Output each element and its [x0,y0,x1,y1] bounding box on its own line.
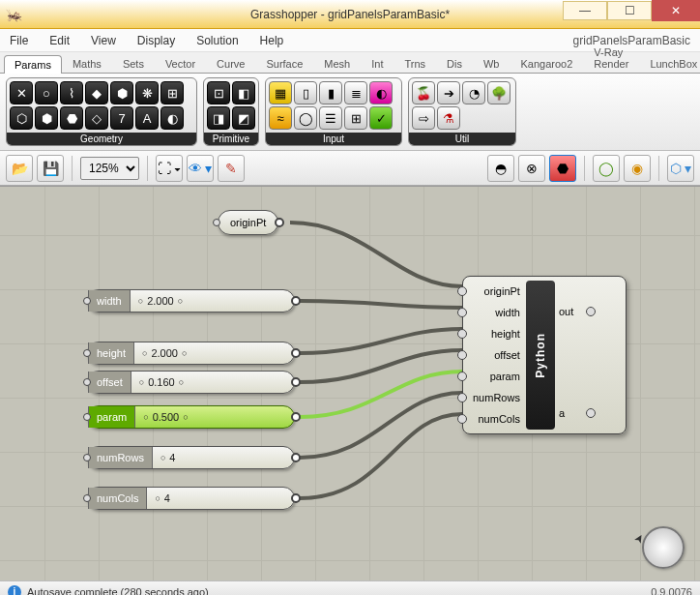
output-nub[interactable] [291,377,301,387]
input-nub[interactable] [83,454,91,461]
preview-settings-button[interactable]: ◉ [624,155,651,182]
slider-offset[interactable]: offset0.160 [87,371,295,394]
python-input-numrows[interactable]: numRows [463,387,526,408]
tab-vray[interactable]: V-Ray Render [583,43,639,73]
output-nub[interactable] [291,453,301,462]
slider-value[interactable]: 0.160 [131,376,294,388]
geom-icon[interactable]: ◆ [85,81,108,104]
input-nub[interactable] [83,494,91,502]
tab-wb[interactable]: Wb [473,54,510,73]
tab-mesh[interactable]: Mesh [313,54,361,73]
input-icon[interactable]: ▮ [319,81,342,104]
tab-int[interactable]: Int [361,54,394,73]
input-icon-panel[interactable]: ▦ [269,81,292,104]
geom-icon[interactable]: ⬢ [35,106,58,130]
slider-param[interactable]: param0.500 [87,405,295,429]
zoom-extents-button[interactable]: ⛶ ▾ [156,155,183,182]
output-nub[interactable] [291,412,301,422]
tab-vector[interactable]: Vector [155,54,206,73]
slider-value[interactable]: 4 [153,452,294,463]
util-icon-out[interactable]: ⇨ [412,106,435,130]
tab-lunchbox[interactable]: LunchBox [639,54,700,73]
component-originpt[interactable]: originPt [218,210,278,235]
canvas[interactable]: originPt width2.000height2.000offset0.16… [0,186,700,580]
slider-numCols[interactable]: numCols4 [87,487,295,510]
util-icon-arrow[interactable]: ➔ [437,81,460,104]
input-nub[interactable] [83,378,91,386]
python-input-numcols[interactable]: numCols [463,408,526,430]
prim-icon[interactable]: ◨ [207,106,230,130]
menu-view[interactable]: View [91,34,116,47]
menu-edit[interactable]: Edit [49,34,70,47]
tab-params[interactable]: Params [4,55,62,74]
menu-solution[interactable]: Solution [196,34,238,47]
tab-sets[interactable]: Sets [112,54,155,73]
geom-icon[interactable]: ⌇ [60,81,83,104]
geom-icon[interactable]: ⬡ [10,106,33,130]
menu-help[interactable]: Help [260,34,284,47]
input-icon-toggle[interactable]: ✓ [369,106,393,130]
geom-icon[interactable]: A [135,106,159,130]
util-icon-flask[interactable]: ⚗ [437,106,460,130]
python-output-out[interactable]: out [555,301,590,322]
slider-width[interactable]: width2.000 [87,289,295,312]
input-icon-color[interactable]: ◐ [369,81,393,104]
util-icon-tree[interactable]: 🌳 [487,81,510,104]
tab-dis[interactable]: Dis [436,54,473,73]
slider-value[interactable]: 0.500 [135,411,294,423]
geom-icon[interactable]: ❋ [135,81,159,104]
input-icon-grad[interactable]: ≈ [269,106,292,130]
tab-kangaroo2[interactable]: Kangaroo2 [510,54,583,73]
sketch-button[interactable]: ✎ [218,155,245,182]
maximize-button[interactable]: ☐ [607,1,652,20]
geom-icon[interactable]: ⊞ [160,81,184,104]
tab-curve[interactable]: Curve [206,54,255,73]
output-nub[interactable] [291,493,301,503]
slider-value[interactable]: 2.000 [134,347,294,359]
geom-icon[interactable]: ◐ [160,106,184,130]
output-nub[interactable] [291,296,301,306]
slider-height[interactable]: height2.000 [87,342,295,365]
compass-icon[interactable] [642,526,685,569]
python-input-originpt[interactable]: originPt [463,281,526,302]
input-icon[interactable]: ☰ [319,106,342,130]
close-button[interactable]: ✕ [652,0,700,21]
util-icon-bubble[interactable]: ◔ [462,81,485,104]
tab-maths[interactable]: Maths [62,54,112,73]
save-button[interactable]: 💾 [37,155,64,182]
open-button[interactable]: 📂 [6,155,33,182]
prim-icon[interactable]: ◧ [232,81,255,104]
wire-mode-button[interactable]: ⊗ [518,155,545,182]
python-input-param[interactable]: param [463,366,526,387]
input-icon[interactable]: ⊞ [344,106,367,130]
geom-icon[interactable]: ⬣ [60,106,83,130]
prim-icon[interactable]: ◩ [232,106,255,130]
preview-button[interactable]: 👁 ▾ [187,155,214,182]
shade-mode-button[interactable]: ◓ [487,155,514,182]
input-nub[interactable] [83,349,91,357]
output-nub[interactable] [291,348,301,358]
input-nub[interactable] [213,219,220,226]
geom-icon[interactable]: ⬢ [110,81,133,104]
selected-only-button[interactable]: ⬣ [549,155,576,182]
python-body[interactable]: Python [526,281,555,430]
menu-display[interactable]: Display [137,34,175,47]
geom-icon[interactable]: ○ [35,81,58,104]
tab-surface[interactable]: Surface [255,54,313,73]
util-icon-cherry[interactable]: 🍒 [412,81,435,104]
minimize-button[interactable]: — [563,1,607,20]
geom-icon[interactable]: ◇ [85,106,108,130]
input-icon[interactable]: ≣ [344,81,367,104]
python-input-offset[interactable]: offset [463,344,526,366]
prim-icon[interactable]: ⊡ [207,81,230,104]
input-nub[interactable] [83,413,91,421]
python-input-height[interactable]: height [463,323,526,344]
python-input-width[interactable]: width [463,302,526,323]
input-icon[interactable]: ▯ [294,81,317,104]
output-nub[interactable] [275,218,284,227]
preview-mesh-button[interactable]: ◯ [593,155,620,182]
slider-value[interactable]: 2.000 [131,295,294,307]
zoom-select[interactable]: 125% [80,157,139,180]
input-icon[interactable]: ◯ [294,106,317,130]
python-output-a[interactable]: a [555,402,590,424]
